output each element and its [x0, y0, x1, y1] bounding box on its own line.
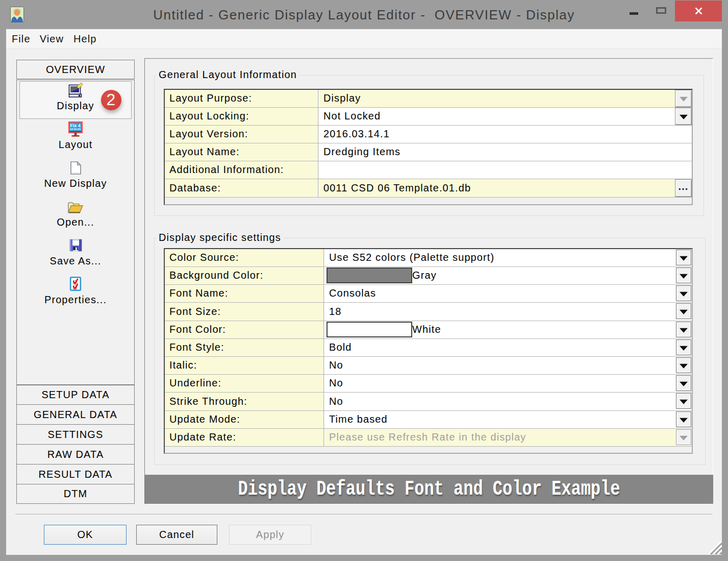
svg-text:Fix 4: Fix 4: [70, 123, 81, 128]
svg-text:12:31:01: 12:31:01: [70, 128, 81, 131]
